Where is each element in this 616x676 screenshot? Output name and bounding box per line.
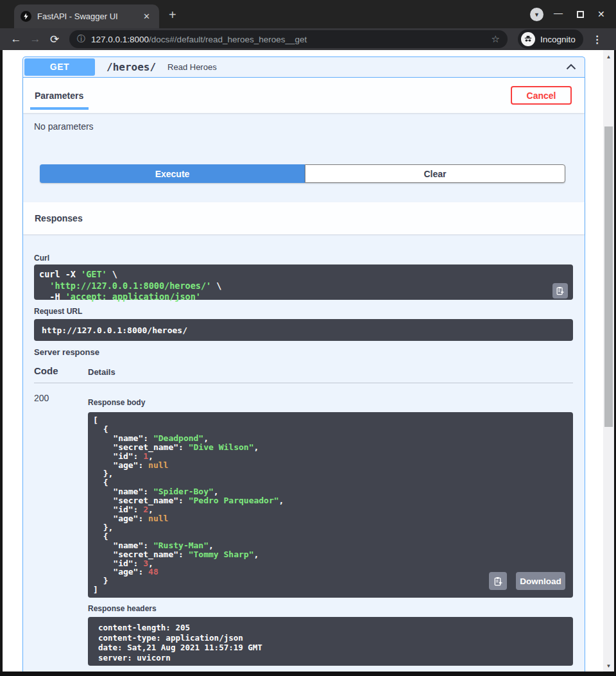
curl-label: Curl [34, 254, 49, 263]
endpoint-summary: Read Heroes [167, 62, 565, 72]
browser-toolbar: ← → ⟳ ⓘ 127.0.0.1:8000/docs#/default/rea… [0, 28, 616, 50]
incognito-icon [521, 32, 535, 46]
response-body-copy-button[interactable] [489, 572, 507, 590]
scrollbar-up-arrow-icon[interactable]: ▲ [603, 51, 614, 62]
execute-button[interactable]: Execute [40, 164, 305, 183]
scrollbar-down-arrow-icon[interactable]: ▼ [603, 661, 614, 671]
curl-copy-button[interactable] [552, 283, 568, 299]
status-code: 200 [34, 393, 49, 403]
browser-menu-icon[interactable]: ⋮ [592, 33, 603, 46]
opblock-summary[interactable]: GET /heroes/ Read Heroes [22, 56, 585, 78]
download-button[interactable]: Download [516, 572, 565, 590]
endpoint-path: /heroes/ [107, 61, 156, 73]
responses-title: Responses [35, 213, 83, 223]
response-headers-label: Response headers [88, 604, 157, 613]
bookmark-star-icon[interactable]: ☆ [492, 33, 500, 45]
details-column-header: Details [88, 367, 116, 377]
tab-close-icon[interactable]: ✕ [141, 10, 153, 22]
window-maximize-button[interactable] [577, 11, 584, 18]
window-border-left [0, 50, 3, 676]
new-tab-button[interactable]: + [169, 8, 176, 21]
window-close-button[interactable]: ✕ [597, 9, 605, 19]
response-body-label: Response body [88, 398, 145, 407]
table-divider [34, 383, 573, 383]
server-response-label: Server response [34, 347, 99, 357]
tab-search-icon[interactable]: ▼ [530, 8, 543, 21]
cancel-button[interactable]: Cancel [511, 86, 572, 105]
no-parameters-text: No parameters [34, 121, 94, 132]
window-minimize-button[interactable]: — [554, 8, 563, 18]
incognito-badge: Incognito [518, 30, 583, 49]
incognito-label: Incognito [540, 35, 576, 44]
url-path: /docs#/default/read_heroes_heroes__get [149, 35, 307, 44]
request-url-value: http://127.0.0.1:8000/heroes/ [34, 319, 573, 341]
tab-strip: FastAPI - Swagger UI ✕ + ▼ — ✕ [0, 0, 616, 28]
forward-button-icon[interactable]: → [26, 33, 45, 46]
parameters-tab: Parameters [35, 91, 83, 101]
back-button-icon[interactable]: ← [6, 33, 26, 46]
url-text[interactable]: 127.0.0.1:8000/docs#/default/read_heroes… [91, 35, 488, 44]
scrollbar-thumb[interactable] [604, 126, 613, 427]
response-body-code: [ { "name": "Deadpond", "secret_name": "… [88, 412, 573, 598]
responses-header: Responses [23, 202, 585, 234]
clear-button[interactable]: Clear [305, 164, 565, 183]
fastapi-favicon-icon [21, 11, 31, 22]
curl-command-code: curl -X 'GET' \ 'http://127.0.0.1:8000/h… [34, 264, 573, 300]
browser-tab[interactable]: FastAPI - Swagger UI ✕ [14, 4, 159, 28]
url-host: 127.0.0.1:8000 [91, 35, 149, 44]
tab-title: FastAPI - Swagger UI [37, 12, 141, 21]
site-info-icon[interactable]: ⓘ [77, 33, 85, 45]
code-column-header: Code [34, 365, 58, 376]
execute-button-row: Execute Clear [40, 164, 565, 183]
browser-window: FastAPI - Swagger UI ✕ + ▼ — ✕ ← → ⟳ ⓘ 1… [0, 0, 616, 676]
http-method-badge: GET [24, 58, 95, 76]
reload-button-icon[interactable]: ⟳ [45, 33, 64, 46]
parameters-header: Parameters Cancel [23, 78, 585, 113]
url-bar[interactable]: ⓘ 127.0.0.1:8000/docs#/default/read_hero… [69, 30, 508, 48]
request-url-label: Request URL [34, 307, 82, 316]
response-headers-code: content-length: 205content-type: applica… [88, 617, 573, 666]
collapse-chevron-icon[interactable] [565, 60, 578, 73]
parameters-tab-underline [30, 107, 89, 110]
window-border-bottom [0, 672, 616, 676]
